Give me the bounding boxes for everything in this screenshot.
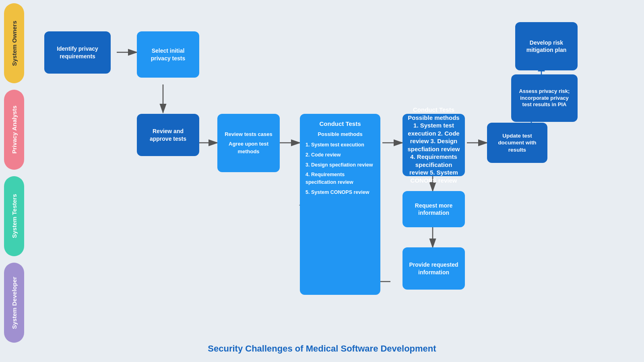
footer-title: Security Challenges of Medical Software … <box>0 343 644 354</box>
node-review-tests: Review tests cases Agree upon test metho… <box>217 114 280 172</box>
node-meets: Conduct Tests Possible methods 1. System… <box>402 114 465 176</box>
swimlane-privacy-analysts: Privacy Analysts <box>4 90 24 170</box>
node-identify: Identify privacy requirements <box>44 31 111 74</box>
node-develop-risk: Develop risk mitigation plan <box>515 22 578 70</box>
node-review-approve: Review and approve tests <box>137 114 199 156</box>
swimlane-system-testers: System Testers <box>4 176 24 256</box>
diagram-container: System Owners Privacy Analysts System Te… <box>0 0 644 362</box>
node-conduct: Conduct Tests Possible methods 1. System… <box>300 114 380 295</box>
swimlane-labels: System Owners Privacy Analysts System Te… <box>0 0 28 346</box>
node-update-doc: Update test document with results <box>487 123 547 163</box>
swimlane-system-developer: System Developer <box>4 263 24 343</box>
swimlane-system-owners: System Owners <box>4 3 24 83</box>
node-provide: Provide requested information <box>402 247 465 290</box>
node-request-more: Request more information <box>402 191 465 227</box>
node-select: Select initial privacy tests <box>137 31 199 78</box>
node-assess: Assess privacy risk; incorporate privacy… <box>511 74 578 122</box>
